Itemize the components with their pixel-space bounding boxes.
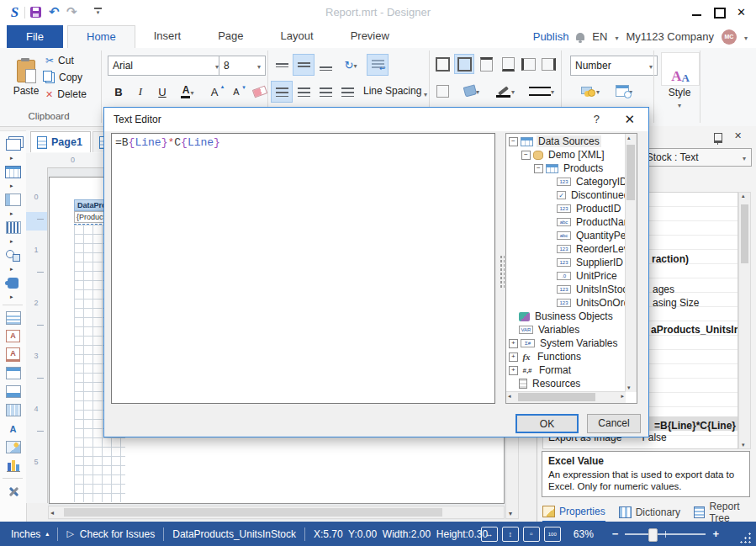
horizontal-scrollbar[interactable] (48, 506, 505, 519)
border-left-button[interactable] (518, 54, 538, 74)
font-size-select[interactable]: 8 (219, 56, 266, 76)
scroll-down-icon[interactable] (627, 384, 631, 391)
text-format-select[interactable]: Number (570, 56, 658, 76)
report-title-band-button[interactable] (3, 309, 24, 326)
word-wrap-button[interactable] (367, 54, 389, 76)
line-spacing-button[interactable]: Line Spacing (363, 81, 421, 101)
shapes-button[interactable] (3, 246, 24, 264)
check-issues-icon[interactable] (66, 528, 73, 539)
border-color-button[interactable] (489, 81, 521, 101)
tree-item-productid[interactable]: 123ProductID (506, 202, 626, 215)
copy-button[interactable]: Copy (45, 70, 82, 85)
text-rotation-button[interactable] (336, 54, 365, 76)
border-all-button[interactable] (432, 54, 452, 74)
scrollbar-thumb[interactable] (741, 204, 748, 263)
tab-preview[interactable]: Preview (332, 25, 408, 48)
align-right-button[interactable] (315, 81, 336, 103)
align-middle-button[interactable] (293, 54, 315, 76)
tree-item-format[interactable]: +#,#Format (506, 363, 626, 377)
tree-expander[interactable]: − (534, 164, 543, 173)
tree-item-resources[interactable]: Resources (506, 377, 626, 390)
tab-dictionary[interactable]: Dictionary (619, 503, 680, 522)
chart-component-button[interactable] (3, 457, 24, 474)
cut-button[interactable]: Cut (45, 53, 74, 68)
shrink-font-button[interactable]: A (225, 81, 247, 103)
close-button[interactable] (737, 5, 746, 20)
border-style-button[interactable] (523, 81, 560, 101)
cross-bands-button[interactable] (3, 163, 24, 181)
tree-vertical-scrollbar[interactable] (625, 134, 637, 392)
tree-item-business-objects[interactable]: Business Objects (506, 310, 626, 323)
bands-flyout-arrow[interactable] (10, 154, 13, 162)
tree-item-supplierid[interactable]: 123SupplierID (506, 256, 626, 269)
currency-format-button[interactable] (575, 81, 605, 101)
scroll-left-icon[interactable] (508, 393, 511, 400)
date-format-button[interactable] (609, 81, 639, 101)
barcode-flyout-arrow[interactable] (10, 237, 13, 245)
border-top-button[interactable] (476, 54, 496, 74)
notifications-icon[interactable] (576, 33, 584, 40)
scroll-right-icon[interactable] (621, 393, 624, 400)
tree-horizontal-scrollbar[interactable] (506, 391, 626, 403)
align-justify-button[interactable] (336, 81, 358, 103)
paste-button[interactable]: Paste (7, 52, 45, 104)
expression-editor[interactable]: =B{Line}*C{Line} (111, 133, 495, 404)
scroll-down-icon[interactable] (742, 442, 745, 448)
scrollbar-thumb[interactable] (518, 393, 595, 401)
caret-up-icon[interactable] (45, 530, 49, 538)
components-flyout-arrow[interactable] (10, 293, 13, 300)
tree-item-functions[interactable]: +fxFunctions (506, 350, 626, 363)
page-header-band-button[interactable] (3, 364, 24, 382)
text-component-button[interactable] (3, 420, 24, 437)
border-outside-button[interactable] (454, 54, 474, 74)
page-tab-page1[interactable]: Page1 (30, 131, 91, 152)
chevron-down-icon[interactable] (661, 98, 698, 110)
publish-button[interactable]: Publish (533, 30, 569, 43)
align-top-button[interactable] (271, 54, 293, 76)
font-family-select[interactable]: Arial (108, 56, 224, 76)
minimize-button[interactable] (692, 14, 701, 16)
border-right-button[interactable] (538, 54, 558, 74)
tree-item-data-sources[interactable]: −Data Sources (506, 135, 626, 148)
tab-properties[interactable]: Properties (542, 502, 605, 522)
align-left-button[interactable] (271, 81, 293, 103)
chevron-down-icon[interactable] (424, 87, 427, 99)
pin-icon[interactable] (714, 133, 722, 143)
tree-expander[interactable]: + (509, 339, 518, 348)
zoom-out-button[interactable]: − (612, 527, 619, 540)
group-footer-band-button[interactable] (3, 346, 24, 363)
units-select[interactable]: Inches (11, 528, 40, 540)
avatar[interactable]: MC (722, 29, 737, 45)
tree-item-demo-xml[interactable]: −Demo [XML] (506, 148, 626, 162)
fit-width-button[interactable] (481, 527, 498, 542)
border-none-button[interactable] (432, 81, 452, 101)
image-component-button[interactable] (3, 438, 24, 456)
panel-scrollbar[interactable] (738, 192, 751, 449)
tree-item-quantityperunit[interactable]: abcQuantityPerUnit (506, 229, 626, 242)
chevron-down-icon[interactable] (615, 31, 618, 43)
tree-item-productname[interactable]: abcProductName (506, 215, 626, 229)
tree-item-reorderlevel[interactable]: 123ReorderLevel (506, 242, 626, 256)
cross-bands-flyout-arrow[interactable] (10, 182, 13, 189)
tree-item-products[interactable]: −Products (506, 162, 626, 175)
check-issues-button[interactable]: Check for Issues (80, 528, 155, 540)
shapes-flyout-arrow[interactable] (10, 265, 13, 273)
chevron-down-icon[interactable] (744, 31, 748, 43)
scroll-up-icon[interactable] (742, 193, 745, 199)
zoom-slider[interactable] (625, 533, 706, 535)
components-button[interactable] (3, 274, 24, 292)
scroll-up-icon[interactable] (627, 135, 631, 141)
scrollbar-thumb[interactable] (64, 508, 442, 517)
delete-button[interactable]: Delete (45, 87, 87, 102)
tree-item-system-variables[interactable]: +Σ#System Variables (506, 337, 626, 350)
fit-page-button[interactable] (523, 527, 540, 542)
tab-report-tree[interactable]: Report Tree (694, 503, 756, 522)
scroll-left-icon[interactable] (50, 508, 54, 517)
language-select[interactable]: EN (592, 30, 607, 43)
tab-insert[interactable]: Insert (135, 25, 200, 48)
panel-close-icon[interactable] (734, 130, 742, 142)
tree-item-variables[interactable]: VARVariables (506, 323, 626, 337)
tab-page[interactable]: Page (199, 25, 262, 48)
tab-home[interactable]: Home (67, 25, 135, 48)
italic-button[interactable]: I (130, 81, 151, 103)
